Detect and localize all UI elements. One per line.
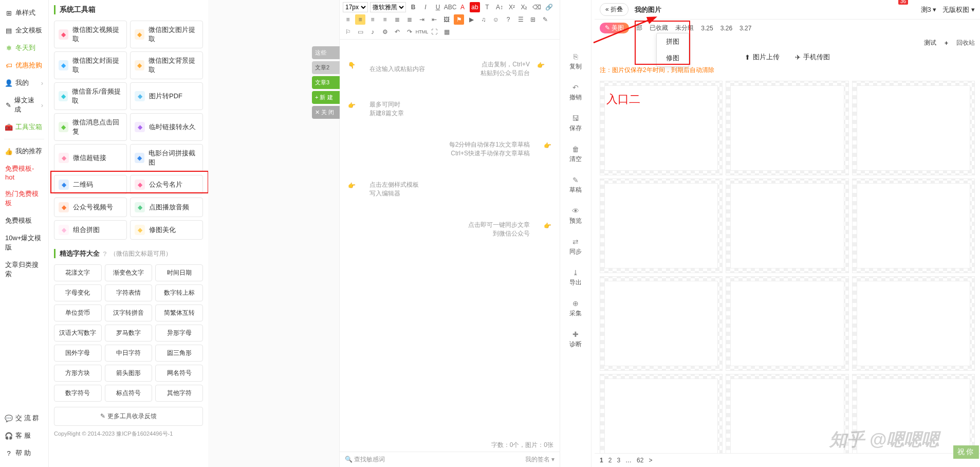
tool-微信图文背景提取[interactable]: ◆微信图文背景提取 (130, 51, 203, 79)
tool-电影台词拼接截图[interactable]: ◆电影台词拼接截图 (130, 144, 203, 172)
more-feedback-button[interactable]: ✎ 更多工具收录反馈 (54, 407, 203, 426)
char-汉字转拼音[interactable]: 汉字转拼音 (105, 304, 153, 321)
clear-format-icon[interactable]: ⌫ (531, 2, 542, 12)
font-family-select[interactable]: 微软雅黑 (370, 2, 406, 12)
list-ol-icon[interactable]: ≣ (404, 14, 415, 25)
tool-微信音乐/音频提取[interactable]: ◆微信音乐/音频提取 (54, 82, 127, 110)
nav-优惠抢购[interactable]: 🏷优惠抢购 (0, 57, 48, 74)
action-导出[interactable]: ⤓导出 (560, 262, 591, 293)
list-ul-icon[interactable]: ≣ (392, 14, 402, 25)
char-标点符号[interactable]: 标点符号 (105, 385, 153, 402)
action-撤销[interactable]: ↶撤销 (560, 77, 591, 108)
pager->[interactable]: > (649, 457, 652, 464)
nav-热门免费模板[interactable]: 热门免费模板 (0, 185, 48, 212)
pager-2[interactable]: 2 (608, 457, 612, 464)
video-icon[interactable]: ▶ (466, 14, 476, 25)
tool-微信消息点击回复[interactable]: ◆微信消息点击回复 (54, 113, 127, 141)
tool-修图美化[interactable]: ◆修图美化 (130, 220, 203, 240)
pager-3[interactable]: 3 (617, 457, 620, 464)
tool-公众号视频号[interactable]: ◆公众号视频号 (54, 197, 127, 217)
flag-icon[interactable]: ⚐ (343, 27, 353, 37)
doc-tab-2[interactable]: 文章3 (312, 76, 340, 89)
grid-icon[interactable]: ▦ (441, 27, 452, 37)
image-thumb[interactable] (852, 374, 975, 453)
tab-noright[interactable]: 无版权图 ▾ (942, 5, 975, 14)
nav-冬天到[interactable]: ❄冬天到 (0, 39, 48, 57)
image-thumb[interactable] (600, 178, 723, 273)
collapse-button[interactable]: « 折叠 (600, 3, 628, 16)
bold-icon[interactable]: B (408, 2, 418, 12)
nav-单样式[interactable]: ⊞单样式 (0, 4, 48, 22)
nav-爆文速成[interactable]: ✎爆文速成› (0, 92, 48, 118)
text-icon[interactable]: T (482, 2, 492, 12)
align-justify-icon[interactable]: ≡ (380, 14, 390, 25)
test-link[interactable]: 测试 (924, 39, 936, 47)
strike-icon[interactable]: ABC (445, 2, 455, 12)
char-国外字母[interactable]: 国外字母 (54, 345, 102, 362)
link-icon[interactable]: 🔗 (544, 2, 554, 12)
pager-…[interactable]: … (625, 457, 632, 464)
nav-10w+爆文模版[interactable]: 10w+爆文模版 (0, 229, 48, 256)
card-icon[interactable]: ▭ (355, 27, 365, 37)
my-signature[interactable]: 我的签名 ▾ (525, 455, 554, 464)
char-异形字母[interactable]: 异形字母 (155, 325, 203, 342)
char-方形方块[interactable]: 方形方块 (54, 365, 102, 382)
nav-帮    助[interactable]: ?帮 助 (0, 444, 49, 462)
action-采集[interactable]: ⊕采集 (560, 293, 591, 324)
tool-点图播放音频[interactable]: ◆点图播放音频 (130, 197, 203, 217)
char-网名符号[interactable]: 网名符号 (155, 365, 203, 382)
outdent-icon[interactable]: ⇤ (429, 14, 439, 25)
recycle-bin[interactable]: 回收站 (956, 39, 975, 47)
image-thumb[interactable] (852, 276, 975, 371)
tool-微信图文图片提取[interactable]: ◆微信图文图片提取 (130, 21, 203, 48)
search-sensitive[interactable]: 🔍 查找敏感词 (345, 455, 385, 464)
image-thumb[interactable] (600, 276, 723, 371)
gift-icon[interactable]: ⚙ (380, 27, 390, 37)
underline-icon[interactable]: U (433, 2, 443, 12)
nav-全文模板[interactable]: ▤全文模板 (0, 22, 48, 39)
filter-ungroup[interactable]: 未分组 (675, 24, 694, 32)
nav-工具宝箱[interactable]: 🧰工具宝箱 (0, 118, 48, 136)
tool-公众号名片[interactable]: ◆公众号名片 (130, 175, 203, 194)
image-thumb[interactable] (600, 81, 723, 175)
table-icon[interactable]: ⊞ (528, 14, 538, 25)
doc-tab-0[interactable]: 这些 (312, 46, 340, 59)
tool-组合拼图[interactable]: ◆组合拼图 (54, 220, 127, 240)
upload-image-button[interactable]: ⬆ 图片上传 (745, 52, 780, 62)
bg-color-icon[interactable]: ab (470, 2, 480, 12)
html-icon[interactable]: HTML (417, 27, 427, 37)
indent-icon[interactable]: ⇥ (417, 14, 427, 25)
align-left-icon[interactable]: ≡ (343, 14, 353, 25)
char-简繁体互转[interactable]: 简繁体互转 (155, 304, 203, 321)
char-中日字符[interactable]: 中日字符 (105, 345, 153, 362)
meitu-button[interactable]: ✎ 美图 (600, 23, 629, 33)
char-花漾文字[interactable]: 花漾文字 (54, 264, 102, 281)
tab-test3[interactable]: 测3 ▾ (921, 5, 937, 14)
code-icon[interactable]: ? (503, 14, 513, 25)
char-罗马数字[interactable]: 罗马数字 (105, 325, 153, 342)
char-时间日期[interactable]: 时间日期 (155, 264, 203, 281)
editor-body[interactable]: 👇 在这输入或粘贴内容 点击复制，Ctrl+V粘贴到公众号后台 👉 👉 最多可同… (340, 40, 560, 439)
action-诊断[interactable]: ✚诊断 (560, 324, 591, 355)
char-数字符号[interactable]: 数字符号 (54, 385, 102, 402)
nav-免费模板[interactable]: 免费模板 (0, 212, 48, 229)
italic-icon[interactable]: I (420, 2, 431, 12)
char-其他字符[interactable]: 其他字符 (155, 385, 203, 402)
font-size-select[interactable]: 17px (343, 2, 368, 12)
upload-phone-button[interactable]: ✈ 手机传图 (795, 52, 830, 62)
char-字符表情[interactable]: 字符表情 (105, 284, 153, 301)
image-thumb[interactable] (852, 81, 975, 175)
doc-tab-3[interactable]: + 新 建 (312, 91, 340, 104)
image-icon[interactable]: 🖼 (441, 14, 452, 25)
image-thumb[interactable] (726, 178, 848, 273)
align-center-icon[interactable]: ≡ (355, 14, 365, 25)
dropdown-pintu[interactable]: 拼图 (657, 33, 689, 50)
filter-all[interactable]: 部 (636, 24, 642, 32)
music-icon[interactable]: ♪ (367, 27, 378, 37)
image-thumb[interactable] (726, 276, 848, 371)
char-汉语大写数字[interactable]: 汉语大写数字 (54, 325, 102, 342)
tool-图片转PDF[interactable]: ◆图片转PDF (130, 82, 203, 110)
char-圆三角形[interactable]: 圆三角形 (155, 345, 203, 362)
nav-客    服[interactable]: 🎧客 服 (0, 427, 49, 444)
action-草稿[interactable]: ✎草稿 (560, 170, 591, 201)
